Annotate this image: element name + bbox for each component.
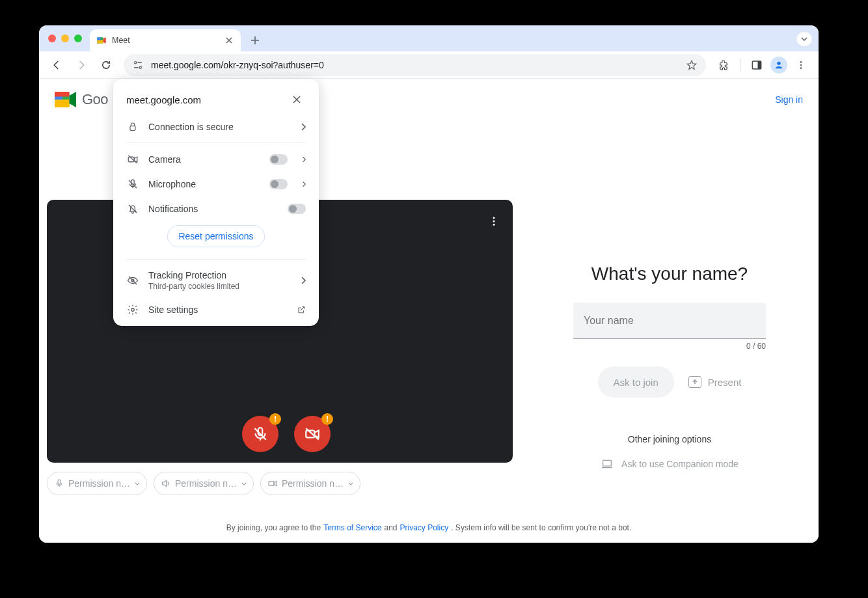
- tracking-protection-row[interactable]: Tracking Protection Third-party cookies …: [113, 264, 319, 297]
- present-button[interactable]: Present: [688, 376, 742, 388]
- speaker-permission-chip[interactable]: Permission ne…: [154, 472, 254, 495]
- join-buttons-row: Ask to join Present: [598, 366, 742, 398]
- profile-avatar[interactable]: [770, 57, 787, 74]
- svg-rect-26: [269, 482, 274, 486]
- site-info-icon[interactable]: [131, 59, 144, 72]
- svg-point-12: [800, 64, 802, 66]
- back-button[interactable]: [46, 54, 68, 76]
- mic-off-icon: [126, 178, 139, 190]
- footer-text-pre: By joining, you agree to the: [226, 523, 321, 532]
- right-panel: What's your name? 0 / 60 Ask to join Pre…: [521, 120, 819, 513]
- window-controls: [48, 34, 82, 42]
- forward-button[interactable]: [70, 54, 92, 76]
- tab-search-button[interactable]: [796, 32, 812, 46]
- new-tab-button[interactable]: [246, 31, 264, 49]
- companion-mode-button[interactable]: Ask to use Companion mode: [601, 459, 739, 469]
- meet-favicon: [96, 35, 107, 46]
- gear-icon: [126, 304, 139, 316]
- side-panel-icon[interactable]: [746, 54, 768, 76]
- companion-label: Ask to use Companion mode: [621, 459, 739, 469]
- close-popover-icon[interactable]: [288, 90, 306, 109]
- svg-point-13: [800, 67, 802, 69]
- site-settings-row[interactable]: Site settings: [113, 297, 319, 322]
- bookmark-icon[interactable]: [685, 59, 698, 72]
- tracking-title: Tracking Protection: [148, 270, 292, 280]
- mic-off-button[interactable]: !: [242, 416, 278, 452]
- chevron-right-icon: [301, 123, 306, 131]
- site-info-popover: meet.google.com Connection is secure: [113, 79, 319, 326]
- tab-strip: Meet: [39, 25, 819, 51]
- extensions-icon[interactable]: [712, 54, 735, 76]
- url-text: meet.google.com/okr-znyq-soi?authuser=0: [151, 60, 679, 70]
- svg-rect-29: [130, 126, 135, 131]
- svg-rect-9: [758, 61, 761, 69]
- secure-label: Connection is secure: [148, 122, 292, 132]
- notifications-permission-row[interactable]: Notifications: [113, 197, 319, 221]
- svg-marker-18: [70, 92, 77, 107]
- svg-point-10: [777, 61, 780, 64]
- notifications-toggle[interactable]: [288, 204, 306, 214]
- reset-permissions-wrap: Reset permissions: [113, 221, 319, 255]
- camera-permission-row[interactable]: Camera: [113, 147, 319, 172]
- present-label: Present: [708, 377, 742, 388]
- address-bar[interactable]: meet.google.com/okr-znyq-soi?authuser=0: [124, 54, 706, 76]
- open-external-icon: [297, 305, 306, 314]
- popover-header: meet.google.com: [113, 88, 319, 115]
- preview-more-icon[interactable]: [488, 215, 500, 227]
- svg-rect-28: [603, 460, 612, 466]
- footer: By joining, you agree to the Terms of Se…: [39, 513, 819, 543]
- camera-label: Camera: [148, 154, 260, 165]
- chip-label: Permission ne…: [175, 478, 237, 489]
- maximize-window-button[interactable]: [74, 34, 82, 42]
- footer-and: and: [384, 523, 397, 532]
- camera-alert-badge: !: [321, 413, 333, 425]
- bell-off-icon: [126, 203, 139, 215]
- minimize-window-button[interactable]: [61, 34, 69, 42]
- svg-point-37: [131, 308, 135, 312]
- mic-permission-chip[interactable]: Permission ne…: [47, 472, 147, 495]
- svg-point-21: [493, 224, 495, 226]
- ask-to-join-button[interactable]: Ask to join: [598, 366, 674, 398]
- tab-title: Meet: [112, 36, 130, 45]
- tracking-sub: Third-party cookies limited: [148, 282, 292, 291]
- name-input[interactable]: [584, 315, 755, 327]
- character-counter: 0 / 60: [573, 342, 766, 351]
- svg-point-19: [493, 217, 495, 219]
- sign-in-link[interactable]: Sign in: [775, 94, 803, 105]
- microphone-toggle[interactable]: [269, 179, 288, 189]
- eye-off-icon: [126, 275, 139, 286]
- laptop-icon: [601, 459, 614, 469]
- reload-button[interactable]: [95, 54, 117, 76]
- name-prompt-heading: What's your name?: [591, 264, 748, 284]
- other-joining-options-label: Other joining options: [628, 434, 711, 444]
- svg-point-11: [800, 61, 802, 63]
- popover-divider: [126, 143, 306, 143]
- close-tab-icon[interactable]: [224, 35, 234, 46]
- tos-link[interactable]: Terms of Service: [323, 523, 381, 532]
- camera-off-button[interactable]: !: [294, 416, 331, 452]
- reset-permissions-button[interactable]: Reset permissions: [167, 225, 264, 247]
- svg-point-20: [493, 221, 495, 223]
- tracking-labels: Tracking Protection Third-party cookies …: [148, 270, 292, 291]
- camera-off-icon: [126, 154, 139, 165]
- present-icon: [688, 376, 701, 388]
- chevron-right-icon: [302, 181, 306, 187]
- svg-rect-16: [55, 100, 70, 107]
- svg-rect-7: [134, 67, 139, 68]
- svg-point-6: [139, 66, 141, 68]
- chip-label: Permission ne…: [68, 478, 131, 489]
- camera-permission-chip[interactable]: Permission ne…: [260, 472, 360, 495]
- tab-meet[interactable]: Meet: [90, 29, 241, 51]
- notifications-label: Notifications: [148, 204, 278, 214]
- privacy-link[interactable]: Privacy Policy: [400, 523, 449, 532]
- camera-toggle[interactable]: [269, 154, 288, 165]
- menu-icon[interactable]: [790, 54, 812, 76]
- meet-logo: Goo: [55, 90, 108, 109]
- connection-secure-row[interactable]: Connection is secure: [113, 115, 319, 139]
- chevron-right-icon: [301, 277, 306, 284]
- lock-icon: [126, 122, 139, 132]
- close-window-button[interactable]: [48, 34, 56, 42]
- permission-chips-row: Permission ne… Permission ne… Permission…: [47, 472, 513, 495]
- name-input-container[interactable]: [573, 303, 766, 339]
- microphone-permission-row[interactable]: Microphone: [113, 172, 319, 197]
